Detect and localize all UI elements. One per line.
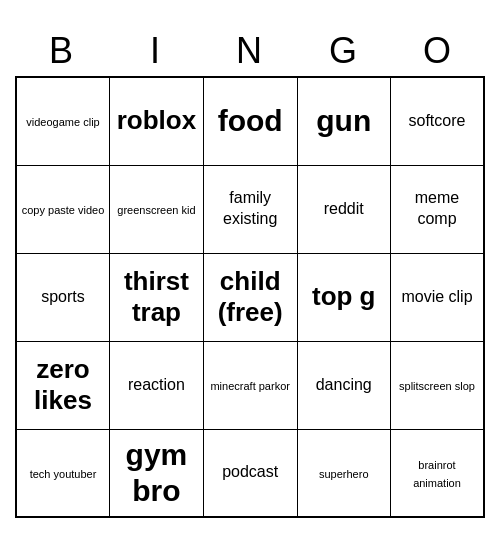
bingo-cell: videogame clip [16,77,110,165]
bingo-cell: minecraft parkor [203,341,297,429]
bingo-cell: reaction [110,341,204,429]
cell-text: roblox [117,105,196,135]
cell-text: softcore [409,112,466,129]
bingo-cell: brainrot animation [390,429,484,517]
bingo-header: BINGO [15,26,485,76]
cell-text: videogame clip [26,116,99,128]
bingo-cell: superhero [297,429,390,517]
bingo-grid: videogame cliprobloxfoodgunsoftcorecopy … [15,76,485,518]
table-row: zero likesreactionminecraft parkordancin… [16,341,484,429]
cell-text: sports [41,288,85,305]
cell-text: brainrot animation [413,459,461,489]
table-row: tech youtubergym bropodcastsuperherobrai… [16,429,484,517]
table-row: copy paste videogreenscreen kidfamily ex… [16,165,484,253]
bingo-cell: gym bro [110,429,204,517]
header-letter: I [109,26,203,76]
cell-text: thirst trap [124,266,189,327]
bingo-cell: food [203,77,297,165]
bingo-cell: gun [297,77,390,165]
table-row: videogame cliprobloxfoodgunsoftcore [16,77,484,165]
table-row: sportsthirst trapchild (free)top gmovie … [16,253,484,341]
bingo-cell: child (free) [203,253,297,341]
cell-text: splitscreen slop [399,380,475,392]
bingo-card: BINGO videogame cliprobloxfoodgunsoftcor… [15,26,485,518]
bingo-cell: movie clip [390,253,484,341]
bingo-cell: top g [297,253,390,341]
header-letter: G [297,26,391,76]
cell-text: gym bro [126,438,188,507]
cell-text: superhero [319,468,369,480]
header-letter: B [15,26,109,76]
cell-text: tech youtuber [30,468,97,480]
bingo-cell: thirst trap [110,253,204,341]
bingo-cell: dancing [297,341,390,429]
cell-text: reaction [128,376,185,393]
cell-text: top g [312,281,376,311]
bingo-cell: greenscreen kid [110,165,204,253]
cell-text: greenscreen kid [117,204,195,216]
bingo-cell: zero likes [16,341,110,429]
bingo-cell: roblox [110,77,204,165]
header-letter: O [391,26,485,76]
cell-text: meme comp [415,189,459,227]
cell-text: podcast [222,463,278,480]
cell-text: copy paste video [22,204,105,216]
cell-text: food [218,104,283,137]
bingo-cell: tech youtuber [16,429,110,517]
bingo-cell: softcore [390,77,484,165]
bingo-cell: meme comp [390,165,484,253]
cell-text: child (free) [218,266,283,327]
cell-text: dancing [316,376,372,393]
cell-text: family existing [223,189,277,227]
bingo-cell: family existing [203,165,297,253]
cell-text: gun [316,104,371,137]
bingo-cell: sports [16,253,110,341]
bingo-cell: podcast [203,429,297,517]
bingo-cell: copy paste video [16,165,110,253]
bingo-cell: splitscreen slop [390,341,484,429]
bingo-cell: reddit [297,165,390,253]
cell-text: reddit [324,200,364,217]
cell-text: movie clip [401,288,472,305]
cell-text: zero likes [34,354,92,415]
cell-text: minecraft parkor [210,380,289,392]
header-letter: N [203,26,297,76]
